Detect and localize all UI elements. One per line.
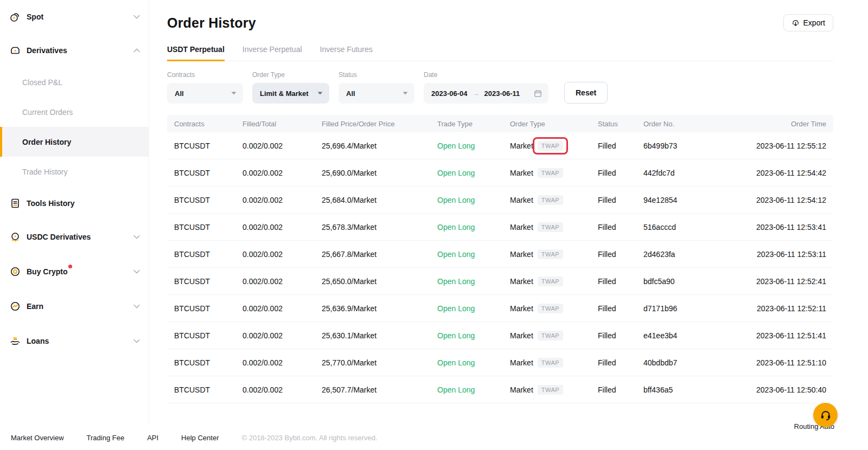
- sidebar-item-order-history[interactable]: Order History: [0, 127, 149, 157]
- derivatives-icon: [9, 44, 21, 56]
- date-to-value: 2023-06-11: [484, 89, 520, 98]
- cell-order-time: 2023-06-11 12:52:41: [738, 277, 833, 286]
- chevron-down-icon: [133, 269, 140, 274]
- footer-link-help-center[interactable]: Help Center: [181, 434, 219, 442]
- cell-contracts: BTCUSDT: [174, 169, 242, 177]
- footer-link-api[interactable]: API: [147, 434, 158, 442]
- tools-history-icon: [9, 197, 21, 209]
- loans-icon: [9, 335, 21, 347]
- status-filter-label: Status: [339, 71, 414, 79]
- cell-status: Filled: [598, 358, 643, 367]
- tab-inverse-futures[interactable]: Inverse Futures: [320, 45, 373, 61]
- table-row: BTCUSDT 0.002/0.002 25,667.8/Market Open…: [167, 241, 833, 268]
- notification-dot: [68, 265, 72, 268]
- customer-support-button[interactable]: [813, 403, 838, 427]
- chevron-up-icon: [133, 48, 140, 53]
- cell-order-no: 6b499b73: [643, 142, 738, 150]
- cell-trade-type: Open Long: [437, 304, 510, 313]
- sidebar-item-label: Spot: [27, 12, 43, 21]
- export-button[interactable]: Export: [783, 14, 833, 31]
- order-history-table: Contracts Filled/Total Filled Price/Orde…: [167, 115, 833, 403]
- sidebar-item-label: Buy Crypto: [27, 267, 67, 276]
- cell-price: 25,678.3/Market: [322, 223, 437, 232]
- twap-tag: TWAP: [538, 168, 563, 178]
- cell-order-time: 2023-06-11 12:52:11: [738, 304, 833, 313]
- cell-filled-total: 0.002/0.002: [242, 169, 322, 177]
- cell-order-type: MarketTWAP: [510, 277, 598, 286]
- sidebar-item-tools-history[interactable]: Tools History: [0, 187, 149, 220]
- tab-inverse-perpetual[interactable]: Inverse Perpetual: [242, 45, 302, 61]
- arrow-right-icon: →: [473, 89, 480, 98]
- cell-filled-total: 0.002/0.002: [242, 331, 322, 340]
- sidebar-item-usdc-derivatives[interactable]: USDC Derivatives: [0, 220, 149, 254]
- twap-tag: TWAP: [538, 385, 563, 395]
- cell-order-time: 2023-06-11 12:53:41: [738, 223, 833, 232]
- status-filter-select[interactable]: All: [339, 83, 414, 104]
- sidebar-item-current-orders[interactable]: Current Orders: [0, 97, 149, 127]
- cell-order-time: 2023-06-11 12:51:41: [738, 331, 833, 340]
- cell-status: Filled: [598, 223, 643, 232]
- col-contracts: Contracts: [174, 120, 242, 128]
- cell-price: 25,650.0/Market: [322, 277, 437, 286]
- date-range-picker[interactable]: 2023-06-04 → 2023-06-11: [424, 83, 548, 104]
- cell-filled-total: 0.002/0.002: [242, 250, 322, 259]
- contracts-filter-select[interactable]: All: [167, 83, 243, 104]
- cell-contracts: BTCUSDT: [174, 331, 242, 340]
- cell-filled-total: 0.002/0.002: [242, 358, 322, 367]
- table-row: BTCUSDT 0.002/0.002 25,650.0/Market Open…: [167, 268, 833, 295]
- order-type-filter-select[interactable]: Limit & Market: [252, 83, 329, 104]
- cell-order-type: MarketTWAP: [510, 304, 598, 313]
- sidebar-item-label: Loans: [27, 337, 49, 345]
- cell-order-time: 2023-06-11 12:54:12: [738, 196, 833, 204]
- reset-button[interactable]: Reset: [564, 82, 608, 104]
- col-filled-total: Filled/Total: [242, 120, 322, 128]
- footer-link-trading-fee[interactable]: Trading Fee: [87, 434, 125, 442]
- tab-bar: USDT Perpetual Inverse Perpetual Inverse…: [167, 45, 833, 61]
- tab-usdt-perpetual[interactable]: USDT Perpetual: [167, 45, 225, 61]
- col-order-type: Order Type: [510, 120, 598, 128]
- cell-price: 25,630.1/Market: [322, 331, 437, 340]
- cell-status: Filled: [598, 196, 643, 204]
- sidebar-item-trade-history[interactable]: Trade History: [0, 157, 149, 187]
- col-trade-type: Trade Type: [437, 120, 510, 128]
- sidebar-item-buy-crypto[interactable]: Buy Crypto: [0, 254, 149, 289]
- footer-link-market-overview[interactable]: Market Overview: [11, 434, 64, 442]
- footer: Market Overview Trading Fee API Help Cen…: [0, 425, 868, 450]
- sidebar-item-spot[interactable]: Spot: [0, 0, 149, 34]
- cell-order-no: 94e12854: [643, 196, 738, 204]
- cell-contracts: BTCUSDT: [174, 304, 242, 313]
- cell-trade-type: Open Long: [437, 277, 510, 286]
- headset-icon: [819, 409, 832, 422]
- caret-down-icon: [388, 92, 408, 95]
- cell-trade-type: Open Long: [437, 169, 510, 177]
- sidebar-item-loans[interactable]: Loans: [0, 324, 149, 358]
- sidebar-item-earn[interactable]: Earn: [0, 289, 149, 324]
- sidebar-item-closed-pnl[interactable]: Closed P&L: [0, 67, 149, 97]
- cell-contracts: BTCUSDT: [174, 358, 242, 367]
- twap-highlight-box: TWAP: [538, 141, 563, 151]
- caret-down-icon: [217, 92, 237, 95]
- cell-order-time: 2023-06-11 12:54:42: [738, 169, 833, 177]
- export-icon: [792, 19, 800, 27]
- contracts-filter-label: Contracts: [167, 71, 243, 79]
- cell-status: Filled: [598, 277, 643, 286]
- cell-contracts: BTCUSDT: [174, 385, 242, 394]
- cell-status: Filled: [598, 169, 643, 177]
- table-header-row: Contracts Filled/Total Filled Price/Orde…: [167, 115, 833, 132]
- table-row: BTCUSDT 0.002/0.002 26,507.7/Market Open…: [167, 376, 833, 403]
- order-type-filter-label: Order Type: [252, 71, 329, 79]
- cell-status: Filled: [598, 304, 643, 313]
- sidebar-item-derivatives[interactable]: Derivatives: [0, 34, 149, 67]
- cell-filled-total: 0.002/0.002: [242, 277, 322, 286]
- chevron-down-icon: [133, 339, 140, 343]
- sidebar: Spot Derivatives Closed P&L Current Orde…: [0, 0, 149, 450]
- twap-tag: TWAP: [538, 331, 563, 340]
- sidebar-item-label: Earn: [27, 302, 43, 311]
- cell-price: 25,636.9/Market: [322, 304, 437, 313]
- twap-tag: TWAP: [538, 249, 563, 259]
- cell-filled-total: 0.002/0.002: [242, 304, 322, 313]
- cell-contracts: BTCUSDT: [174, 277, 242, 286]
- buy-crypto-icon: [9, 266, 21, 278]
- cell-price: 26,507.7/Market: [322, 385, 437, 394]
- col-filled-price: Filled Price/Order Price: [322, 120, 437, 128]
